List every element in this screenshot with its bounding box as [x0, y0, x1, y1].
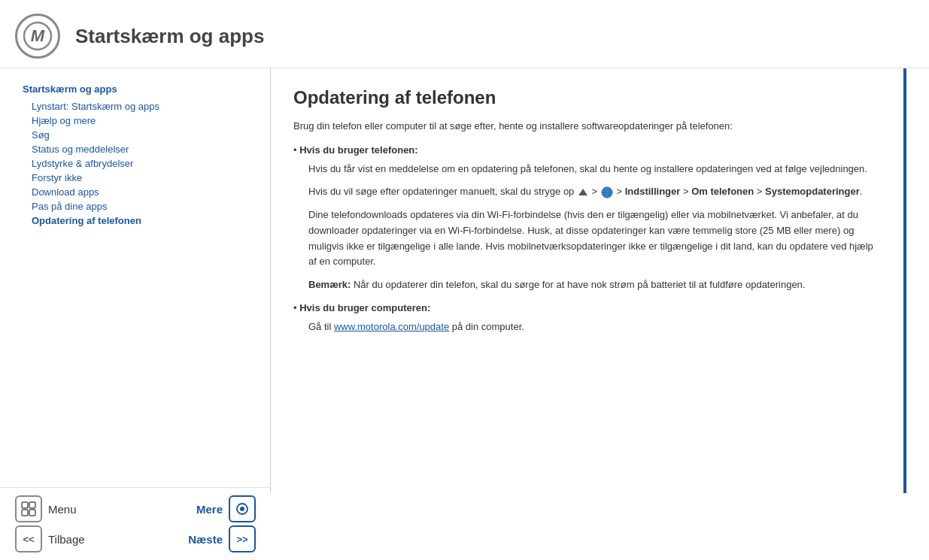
para-note: Bemærk: Når du opdaterer din telefon, sk…	[308, 277, 881, 293]
sidebar-item-lydstyrke[interactable]: Lydstyrke & afbrydelser	[23, 156, 255, 171]
bullet-content-phone: Hvis du får vist en meddelelse om en opd…	[293, 162, 881, 294]
bullet-content-computer: Gå til www.motorola.com/update på din co…	[293, 319, 881, 335]
sidebar-item-lynstart[interactable]: Lynstart: Startskærm og apps	[23, 99, 255, 114]
more-icon	[229, 495, 256, 522]
svg-point-12	[240, 507, 244, 511]
bullet-header-computer: Hvis du bruger computeren:	[293, 302, 881, 313]
sidebar-item-status[interactable]: Status og meddelelser	[23, 142, 255, 156]
right-margin	[906, 68, 929, 493]
back-icon: <<	[15, 525, 42, 552]
more-label: Mere	[196, 503, 223, 516]
sidebar-item-soeg[interactable]: Søg	[23, 128, 255, 142]
svg-rect-8	[29, 502, 35, 508]
footer-row-bottom: << Tilbage Næste >>	[15, 525, 256, 552]
sidebar-item-pas[interactable]: Pas på dine apps	[23, 199, 255, 213]
bullet-section-computer: Hvis du bruger computeren: Gå til www.mo…	[293, 302, 881, 335]
back-label: Tilbage	[48, 533, 85, 546]
motorola-update-link[interactable]: www.motorola.com/update	[334, 321, 449, 332]
para-notification: Hvis du får vist en meddelelse om en opd…	[308, 162, 881, 177]
main-layout: Startskærm og apps Lynstart: Startskærm …	[0, 68, 929, 493]
footer-row-top: Menu Mere	[15, 495, 256, 522]
page-title: Startskærm og apps	[75, 25, 264, 48]
arrow-up-icon	[578, 189, 587, 195]
sidebar-item-opdatering[interactable]: Opdatering af telefonen	[23, 213, 255, 228]
menu-button[interactable]: Menu	[15, 495, 77, 522]
sidebar-item-hjaelp[interactable]: Hjælp og mere	[23, 114, 255, 128]
svg-rect-9	[22, 510, 28, 516]
page-header: M Startskærm og apps	[0, 0, 929, 68]
content-area: Opdatering af telefonen Brug din telefon…	[271, 68, 906, 493]
menu-icon	[15, 495, 42, 522]
bullet-header-phone: Hvis du bruger telefonen:	[293, 144, 881, 156]
svg-text:M: M	[31, 26, 45, 45]
para-wifi: Dine telefondownloads opdateres via din …	[308, 207, 881, 270]
next-button[interactable]: Næste >>	[188, 525, 256, 552]
content-title: Opdatering af telefonen	[293, 87, 881, 108]
svg-rect-7	[22, 502, 28, 508]
back-button[interactable]: << Tilbage	[15, 525, 85, 552]
more-button[interactable]: Mere	[196, 495, 256, 522]
motorola-logo: M	[15, 14, 60, 59]
next-icon: >>	[229, 525, 256, 552]
bullet-section-phone: Hvis du bruger telefonen: Hvis du får vi…	[293, 144, 881, 294]
sidebar-item-forstyr[interactable]: Forstyr ikke	[23, 171, 255, 185]
svg-rect-10	[29, 510, 35, 516]
sidebar-item-download[interactable]: Download apps	[23, 185, 255, 199]
sidebar-section-title[interactable]: Startskærm og apps	[23, 83, 255, 95]
para-manual-update: Hvis du vil søge efter opdateringer manu…	[308, 184, 881, 200]
content-intro: Brug din telefon eller computer til at s…	[293, 119, 881, 134]
para-website: Gå til www.motorola.com/update på din co…	[308, 319, 881, 335]
footer: Menu Mere << Tilbage Næste >>	[0, 487, 271, 560]
next-label: Næste	[188, 533, 223, 546]
sidebar: Startskærm og apps Lynstart: Startskærm …	[0, 68, 271, 493]
menu-label: Menu	[48, 503, 77, 516]
globe-icon	[601, 186, 613, 198]
